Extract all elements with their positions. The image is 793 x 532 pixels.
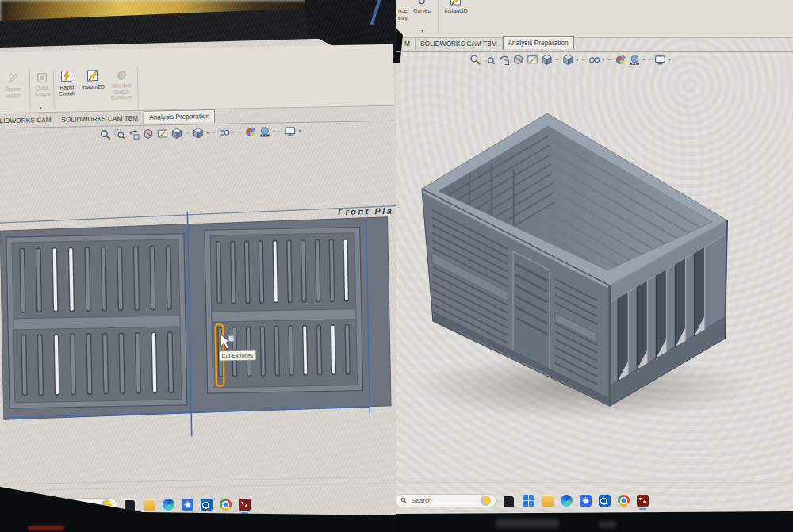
section-view-icon[interactable] xyxy=(512,54,524,66)
tab-solidworks-cam-tbm[interactable]: SOLIDWORKS CAM TBM xyxy=(56,113,144,126)
dropdown-caret-icon[interactable]: ▾ xyxy=(299,128,301,132)
zoom-fit-icon[interactable] xyxy=(469,54,481,66)
previous-view-icon[interactable] xyxy=(498,54,510,66)
zoom-area-icon[interactable] xyxy=(484,54,496,66)
toolbar-separator xyxy=(582,59,585,60)
apply-scene-icon[interactable] xyxy=(259,126,270,138)
annotation-view-icon[interactable] xyxy=(527,54,538,66)
annotation-view-icon[interactable] xyxy=(156,128,168,140)
selection-edge-badge xyxy=(228,336,234,342)
solidworks-taskbar-icon[interactable] xyxy=(637,495,649,507)
outlook-taskbar-icon[interactable] xyxy=(599,495,611,507)
file-explorer-taskbar-icon[interactable] xyxy=(144,499,155,511)
dropdown-caret-icon[interactable]: ▾ xyxy=(232,129,235,134)
tab-analysis-preparation[interactable]: Analysis Preparation xyxy=(503,36,574,50)
graphics-area-isometric-view xyxy=(396,71,793,444)
weather-icon[interactable] xyxy=(481,496,491,506)
cam-tabbar: M SOLIDWORKS CAM TBM Analysis Preparatio… xyxy=(400,36,574,50)
solidworks-window-right: nce etry Curves ▾ Instant3D M SOLIDWORKS… xyxy=(396,0,793,492)
zoom-fit-icon[interactable] xyxy=(99,128,111,140)
task-view-button[interactable] xyxy=(504,495,515,507)
instant2d-label: Instant2D xyxy=(82,84,105,90)
previous-view-icon[interactable] xyxy=(128,128,140,140)
repair-sketch-button[interactable]: Repair Sketch xyxy=(0,72,28,99)
section-view-icon[interactable] xyxy=(142,128,154,140)
chrome-taskbar-icon[interactable] xyxy=(618,495,630,507)
clipped-line-2: etry xyxy=(398,15,408,22)
dropdown-caret-icon[interactable]: ▾ xyxy=(643,57,646,62)
toolbar-separator xyxy=(608,59,611,60)
display-style-icon[interactable] xyxy=(541,54,553,66)
tab-solidworks-cam-tbm[interactable]: SOLIDWORKS CAM TBM xyxy=(416,38,503,50)
reference-geometry-clipped-label: nce etry xyxy=(398,8,408,22)
dropdown-caret-icon[interactable]: ▾ xyxy=(603,57,605,62)
quick-snaps-caret[interactable]: ▾ xyxy=(40,105,42,110)
solidworks-window-left: Horreo2 * Repair Sketch Quick Snaps ▾ Ra… xyxy=(0,0,396,499)
status-divider xyxy=(396,477,793,477)
feature-tooltip-text: Cut-Extrude1 xyxy=(222,353,254,359)
instant2d-button[interactable]: Instant2D xyxy=(79,69,108,90)
photos-taskbar-icon[interactable] xyxy=(182,499,193,511)
status-divider xyxy=(5,483,396,492)
heads-up-view-toolbar: ▾▾▾▾ xyxy=(469,54,671,66)
toolbar-separator xyxy=(556,59,559,60)
taskbar-search[interactable]: Search xyxy=(396,494,496,507)
curves-caret[interactable]: ▾ xyxy=(421,28,423,33)
view-orientation-icon[interactable] xyxy=(562,54,574,66)
rapid-sketch-label: Rapid Sketch xyxy=(59,84,75,96)
hide-show-items-icon[interactable] xyxy=(218,127,230,139)
tab-solidworks-cam-clipped[interactable]: M xyxy=(400,38,416,50)
apply-scene-icon[interactable] xyxy=(629,54,641,66)
chrome-taskbar-icon[interactable] xyxy=(220,499,232,511)
dropdown-caret-icon[interactable]: ▾ xyxy=(668,57,671,62)
instant2d-icon xyxy=(86,69,100,83)
shaded-sketch-contours-button[interactable]: Shaded Sketch Contours xyxy=(108,68,136,101)
tab-analysis-preparation[interactable]: Analysis Preparation xyxy=(144,109,215,124)
ribbon-separator xyxy=(438,0,439,33)
screenshot-stage: Horreo2 * Repair Sketch Quick Snaps ▾ Ra… xyxy=(0,0,793,532)
solidworks-taskbar-icon[interactable] xyxy=(239,499,251,511)
toolbar-separator xyxy=(278,131,282,132)
tabbar-underline xyxy=(396,51,793,52)
file-explorer-taskbar-icon[interactable] xyxy=(542,495,554,507)
display-style-icon[interactable] xyxy=(170,128,182,140)
front-plane-label: Front Pla xyxy=(338,206,393,216)
edge-taskbar-icon[interactable] xyxy=(163,499,174,511)
hide-show-items-icon[interactable] xyxy=(588,54,600,66)
curves-button[interactable]: Curves xyxy=(409,0,435,14)
repair-sketch-label: Repair Sketch xyxy=(5,86,21,98)
view-orientation-icon[interactable] xyxy=(192,127,204,139)
dropdown-caret-icon[interactable]: ▾ xyxy=(206,130,209,135)
curves-icon xyxy=(415,0,429,7)
taskbar-pinned-apps xyxy=(523,495,649,507)
shaded-sketch-contours-icon xyxy=(114,68,128,82)
toolbar-separator xyxy=(186,133,189,134)
task-view-taskbar-icon[interactable] xyxy=(125,499,136,511)
rapid-sketch-button[interactable]: Rapid Sketch xyxy=(55,69,79,97)
edge-taskbar-icon[interactable] xyxy=(561,495,573,507)
toolbar-separator xyxy=(648,59,651,60)
tab-solidworks-cam[interactable]: OLIDWORKS CAM xyxy=(0,114,57,127)
quick-snaps-icon xyxy=(36,71,48,84)
instant3d-button[interactable]: Instant3D xyxy=(440,0,472,14)
search-icon xyxy=(400,497,408,504)
edit-appearance-icon[interactable] xyxy=(615,54,626,66)
dropdown-caret-icon[interactable]: ▾ xyxy=(577,57,579,62)
bezel-reflection xyxy=(496,519,559,528)
search-placeholder: Search xyxy=(412,497,431,504)
toolbar-separator xyxy=(238,132,241,132)
taskbar-right: Search xyxy=(396,494,649,507)
dropdown-caret-icon[interactable]: ▾ xyxy=(273,128,275,133)
start-taskbar-icon[interactable] xyxy=(523,495,534,507)
outlook-taskbar-icon[interactable] xyxy=(201,499,213,511)
edit-appearance-icon[interactable] xyxy=(244,126,256,138)
instant3d-icon xyxy=(449,0,463,7)
quick-snaps-button[interactable]: Quick Snaps xyxy=(32,71,53,98)
view-settings-icon[interactable] xyxy=(285,125,297,137)
clipped-line-1: nce xyxy=(398,8,408,15)
monitor-bezel-bottom xyxy=(396,511,793,532)
zoom-area-icon[interactable] xyxy=(113,128,125,140)
view-settings-icon[interactable] xyxy=(654,54,666,66)
rapid-sketch-icon xyxy=(59,69,74,83)
photos-taskbar-icon[interactable] xyxy=(580,495,592,507)
